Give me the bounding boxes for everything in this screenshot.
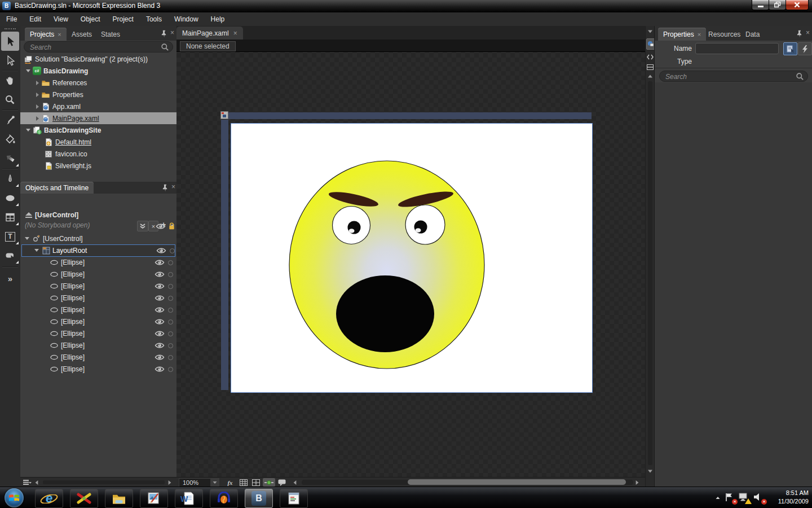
object-row-usercontrol[interactable]: [UserControl] [20, 233, 176, 244]
tree-row-references[interactable]: References [20, 77, 176, 89]
layers-icon[interactable] [23, 479, 32, 486]
snap-to-snaplines-button[interactable] [263, 478, 275, 487]
show-grid-button[interactable] [238, 478, 249, 487]
tree-row-site-project[interactable]: BasicDrawingSite [20, 124, 176, 136]
name-input[interactable] [696, 43, 780, 55]
scope-row[interactable]: [UserControl] [20, 209, 176, 221]
lock-toggle-dot[interactable] [168, 296, 173, 301]
projects-search-input[interactable] [29, 42, 162, 52]
direct-selection-tool-button[interactable] [0, 51, 20, 70]
button-control-tool-button[interactable] [0, 246, 20, 265]
vscroll-track[interactable] [648, 81, 652, 465]
annotations-button[interactable] [276, 478, 288, 487]
network-icon[interactable] [739, 493, 750, 503]
design-canvas[interactable] [231, 123, 593, 393]
object-row-layoutroot[interactable]: LayoutRoot [21, 244, 175, 257]
menu-file[interactable]: File [0, 15, 23, 23]
expander-icon[interactable] [26, 69, 30, 72]
eye-icon[interactable] [155, 271, 165, 278]
lock-toggle-dot[interactable] [168, 367, 173, 372]
pin-icon[interactable] [161, 183, 169, 192]
grid-layout-tool-button[interactable] [0, 208, 20, 227]
tree-row-default-html[interactable]: Default.html [20, 136, 176, 148]
expander-icon[interactable] [25, 237, 29, 240]
tab-resources[interactable]: Resources [703, 28, 745, 41]
panel-close-icon[interactable]: × [171, 183, 175, 191]
tree-row-app-xaml[interactable]: App.xaml [20, 100, 176, 112]
object-row-ellipse[interactable]: [Ellipse] [20, 339, 176, 351]
action-center-icon[interactable]: × [725, 493, 735, 503]
expander-icon[interactable] [36, 104, 39, 109]
zoom-tool-button[interactable] [0, 90, 20, 110]
taskbar-audacity-button[interactable] [210, 489, 238, 508]
minimize-button[interactable] [752, 0, 769, 10]
properties-view-button[interactable] [783, 42, 797, 55]
tray-expand-icon[interactable] [716, 497, 720, 499]
menu-window[interactable]: Window [168, 15, 205, 23]
effects-toggle-button[interactable]: fx [224, 478, 236, 487]
object-row-ellipse[interactable]: [Ellipse] [20, 316, 176, 327]
vscroll-down-icon[interactable] [648, 470, 652, 473]
eye-icon[interactable] [155, 354, 165, 361]
toolbox-grip[interactable] [5, 28, 16, 29]
object-row-ellipse[interactable]: [Ellipse] [20, 351, 176, 363]
taskbar-paint-button[interactable] [140, 489, 168, 508]
lock-toggle-dot[interactable] [168, 319, 173, 325]
close-button[interactable] [785, 0, 809, 10]
scroll-track[interactable] [43, 480, 165, 484]
menu-edit[interactable]: Edit [23, 15, 47, 23]
gradient-tool-button[interactable] [0, 149, 20, 168]
paint-bucket-tool-button[interactable] [0, 130, 20, 149]
tree-row-properties[interactable]: Properties [20, 89, 176, 100]
tab-assets[interactable]: Assets [67, 28, 97, 41]
hscroll-left-icon[interactable] [294, 480, 297, 485]
snap-to-grid-button[interactable] [250, 478, 262, 487]
lock-toggle-dot[interactable] [168, 284, 173, 289]
tab-list-icon[interactable] [648, 30, 652, 33]
lock-toggle-dot[interactable] [168, 272, 173, 277]
volume-icon[interactable]: × [753, 493, 765, 503]
eye-icon[interactable] [155, 342, 165, 349]
tab-close-icon[interactable]: × [698, 31, 701, 38]
properties-search[interactable] [659, 71, 808, 82]
hscroll-thumb[interactable] [408, 479, 626, 485]
object-row-ellipse[interactable]: [Ellipse] [20, 292, 176, 304]
eyedropper-tool-button[interactable] [0, 111, 20, 130]
hscroll-right-icon[interactable] [636, 480, 639, 485]
menu-object[interactable]: Object [74, 15, 107, 23]
zoom-dropdown-chevron[interactable] [210, 478, 219, 487]
tree-row-project[interactable]: c# BasicDrawing [20, 65, 176, 77]
vscroll-up-icon[interactable] [648, 75, 652, 78]
lock-toggle-dot[interactable] [168, 260, 173, 265]
lock-toggle-dot[interactable] [168, 343, 173, 348]
expander-icon[interactable] [36, 81, 39, 85]
usercontrol-chrome-icon[interactable] [220, 111, 228, 119]
expander-icon[interactable] [36, 116, 39, 121]
object-row-ellipse[interactable]: [Ellipse] [20, 256, 176, 268]
lock-toggle-dot[interactable] [170, 248, 175, 253]
expander-icon[interactable] [36, 93, 39, 97]
expander-icon[interactable] [26, 129, 30, 132]
object-row-ellipse[interactable]: [Ellipse] [20, 304, 176, 316]
breadcrumb-selection-button[interactable]: None selected [180, 41, 236, 51]
menu-view[interactable]: View [47, 15, 74, 23]
tab-data[interactable]: Data [740, 28, 765, 41]
restore-button[interactable] [769, 0, 786, 10]
menu-tools[interactable]: Tools [140, 15, 168, 23]
tree-row-solution[interactable]: Solution "BasicDrawing" (2 project(s)) [20, 53, 176, 65]
tab-close-icon[interactable]: × [233, 29, 237, 37]
pan-tool-button[interactable] [0, 71, 20, 90]
lock-toggle-dot[interactable] [168, 355, 173, 360]
object-row-ellipse[interactable]: [Ellipse] [20, 268, 176, 280]
scroll-left-icon[interactable] [36, 480, 38, 485]
eye-icon[interactable] [155, 330, 165, 337]
taskbar-expression-button[interactable] [70, 489, 98, 508]
tab-mainpage-xaml[interactable]: MainPage.xaml × [176, 27, 243, 40]
tree-row-favicon[interactable]: favicon.ico [20, 148, 176, 160]
tree-row-mainpage-xaml[interactable]: MainPage.xaml [20, 112, 176, 124]
eye-icon[interactable] [155, 259, 165, 266]
menu-help[interactable]: Help [205, 15, 231, 23]
tab-projects[interactable]: Projects × [25, 28, 67, 41]
objects-timeline-tab[interactable]: Objects and Timeline [20, 182, 94, 194]
panel-close-icon[interactable]: × [170, 29, 174, 37]
